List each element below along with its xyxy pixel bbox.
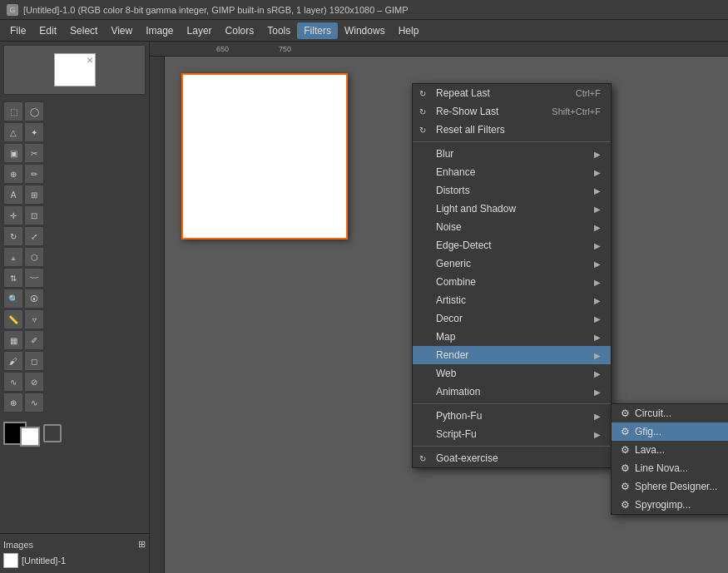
combine-arrow-icon: ▶ xyxy=(594,278,601,287)
lava-plugin-icon: ⚙ xyxy=(618,443,631,457)
menu-help[interactable]: Help xyxy=(392,22,426,39)
pattern-sphere-designer[interactable]: ⚙ Sphere Designer... xyxy=(612,477,728,496)
tool-free-select[interactable]: △ xyxy=(3,122,23,142)
tool-zoom[interactable]: 🔍 xyxy=(3,289,23,309)
tool-grid: ⬚ ◯ △ ✦ ▣ ✂ ⊕ ✏ A ⊞ ✛ ⊡ xyxy=(0,98,149,417)
pattern-circuit[interactable]: ⚙ Circuit... xyxy=(612,404,728,422)
tool-text[interactable]: A xyxy=(3,185,23,205)
close-icon[interactable]: ✕ xyxy=(87,56,93,65)
tool-scissors[interactable]: ✂ xyxy=(24,143,44,163)
line-nova-label: Line Nova... xyxy=(635,462,688,474)
pattern-submenu[interactable]: ⚙ Circuit... ⚙ Gfig... ⚙ Lava... ⚙ Line … xyxy=(611,403,728,515)
image-list-item[interactable]: [Untitled]-1 xyxy=(3,551,146,570)
filters-distorts[interactable]: Distorts ▶ xyxy=(413,181,611,200)
filters-python-fu[interactable]: Python-Fu ▶ xyxy=(413,407,611,425)
gfig-label: Gfig... xyxy=(635,426,661,437)
filters-blur[interactable]: Blur ▶ xyxy=(413,145,611,163)
tool-eraser[interactable]: ◻ xyxy=(24,351,44,371)
reshow-shortcut: Shift+Ctrl+F xyxy=(552,106,601,116)
tool-measure[interactable]: 📏 xyxy=(3,309,23,329)
light-shadow-arrow-icon: ▶ xyxy=(594,205,601,214)
filters-enhance[interactable]: Enhance ▶ xyxy=(413,163,611,181)
divider-3 xyxy=(413,446,611,447)
pattern-spyrogimp[interactable]: ⚙ Spyrogimp... xyxy=(612,496,728,514)
tool-pencil[interactable]: ✐ xyxy=(24,330,44,350)
tool-flip[interactable]: ⇅ xyxy=(3,268,23,288)
menu-colors[interactable]: Colors xyxy=(219,22,261,39)
tool-smudge[interactable]: ∿ xyxy=(24,393,44,412)
tool-fuzzy-select[interactable]: ✦ xyxy=(24,122,44,142)
tool-scale[interactable]: ⤢ xyxy=(24,226,44,246)
toolbox: ✕ ⬚ ◯ △ ✦ ▣ ✂ ⊕ ✏ A ⊞ xyxy=(0,42,150,573)
filters-generic[interactable]: Generic ▶ xyxy=(413,254,611,273)
generic-arrow-icon: ▶ xyxy=(594,259,601,269)
artistic-arrow-icon: ▶ xyxy=(594,296,601,305)
menu-select[interactable]: Select xyxy=(63,22,104,39)
tool-paint-bucket[interactable]: ▿ xyxy=(24,309,44,329)
filters-goat-exercise[interactable]: ↻ Goat-exercise xyxy=(413,449,611,467)
menu-windows[interactable]: Windows xyxy=(338,22,392,39)
circuit-label: Circuit... xyxy=(635,408,671,419)
tool-airbrush[interactable]: ∿ xyxy=(3,372,23,392)
tool-shear[interactable]: ⟁ xyxy=(3,247,23,267)
tool-paths[interactable]: ✏ xyxy=(24,164,44,184)
pattern-gfig[interactable]: ⚙ Gfig... xyxy=(612,422,728,441)
tool-clone[interactable]: ⊘ xyxy=(24,372,44,392)
quick-mask-box[interactable] xyxy=(43,424,62,442)
sphere-designer-label: Sphere Designer... xyxy=(635,481,717,492)
background-color[interactable] xyxy=(20,427,40,447)
tool-foreground-select[interactable]: ⊕ xyxy=(3,164,23,184)
spyrogimp-plugin-icon: ⚙ xyxy=(618,498,631,511)
filters-decor[interactable]: Decor ▶ xyxy=(413,309,611,328)
filters-map[interactable]: Map ▶ xyxy=(413,328,611,346)
menu-tools[interactable]: Tools xyxy=(260,22,297,39)
filters-artistic[interactable]: Artistic ▶ xyxy=(413,291,611,309)
pattern-lava[interactable]: ⚙ Lava... xyxy=(612,441,728,459)
tool-move[interactable]: ✛ xyxy=(3,205,23,225)
repeat-shortcut: Ctrl+F xyxy=(576,88,601,98)
filters-dropdown[interactable]: ↻ Repeat Last Ctrl+F ↻ Re-Show Last Shif… xyxy=(412,83,612,468)
python-fu-arrow-icon: ▶ xyxy=(594,412,601,421)
filters-reshow-last[interactable]: ↻ Re-Show Last Shift+Ctrl+F xyxy=(413,102,611,121)
pattern-line-nova[interactable]: ⚙ Line Nova... xyxy=(612,459,728,477)
tool-paintbrush[interactable]: 🖌 xyxy=(3,351,23,371)
filters-animation[interactable]: Animation ▶ xyxy=(413,383,611,401)
tool-select-by-color[interactable]: ▣ xyxy=(3,143,23,163)
menu-filters[interactable]: Filters xyxy=(297,22,338,39)
canvas-preview-inner: ✕ xyxy=(54,53,96,86)
blur-label: Blur xyxy=(436,148,453,160)
tool-color-picker[interactable]: ⦿ xyxy=(24,289,44,309)
line-nova-plugin-icon: ⚙ xyxy=(618,462,631,475)
tool-rect-select[interactable]: ⬚ xyxy=(3,101,23,121)
filters-script-fu[interactable]: Script-Fu ▶ xyxy=(413,425,611,443)
menu-file[interactable]: File xyxy=(3,22,32,39)
tool-align[interactable]: ⊞ xyxy=(24,185,44,205)
filters-render[interactable]: Render ▶ xyxy=(413,346,611,364)
filters-edge-detect[interactable]: Edge-Detect ▶ xyxy=(413,236,611,254)
tool-ellipse-select[interactable]: ◯ xyxy=(24,101,44,121)
filters-reset-all[interactable]: ↻ Reset all Filters xyxy=(413,121,611,139)
filters-noise[interactable]: Noise ▶ xyxy=(413,218,611,236)
images-expand-icon[interactable]: ⊞ xyxy=(138,539,146,550)
artistic-label: Artistic xyxy=(436,294,466,306)
noise-arrow-icon: ▶ xyxy=(594,223,601,232)
noise-label: Noise xyxy=(436,221,462,233)
filters-light-and-shadow[interactable]: Light and Shadow ▶ xyxy=(413,200,611,218)
filters-combine[interactable]: Combine ▶ xyxy=(413,273,611,291)
menu-view[interactable]: View xyxy=(104,22,139,39)
tool-heal[interactable]: ⊕ xyxy=(3,393,23,412)
filters-repeat-last[interactable]: ↻ Repeat Last Ctrl+F xyxy=(413,84,611,102)
tool-rotate[interactable]: ↻ xyxy=(3,226,23,246)
menu-edit[interactable]: Edit xyxy=(32,22,63,39)
filters-web[interactable]: Web ▶ xyxy=(413,364,611,383)
reset-all-label: Reset all Filters xyxy=(436,124,505,136)
images-panel: Images ⊞ [Untitled]-1 xyxy=(0,533,149,573)
light-shadow-label: Light and Shadow xyxy=(436,203,516,215)
menu-image[interactable]: Image xyxy=(139,22,180,39)
tool-crop[interactable]: ⊡ xyxy=(24,205,44,225)
tool-blend[interactable]: ▦ xyxy=(3,330,23,350)
menu-layer[interactable]: Layer xyxy=(181,22,219,39)
tool-perspective[interactable]: ⬡ xyxy=(24,247,44,267)
quick-mask-indicator xyxy=(43,424,62,442)
tool-warp[interactable]: 〰 xyxy=(24,268,44,288)
